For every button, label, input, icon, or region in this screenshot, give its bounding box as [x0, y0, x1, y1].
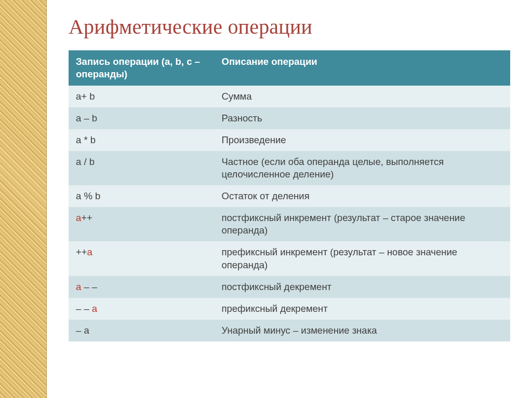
op-cell: ++a [69, 241, 215, 276]
header-row: Запись операции (a, b, c – операнды) Опи… [69, 50, 510, 86]
table-row: a – – постфиксный декремент [69, 276, 510, 298]
header-description: Описание операции [215, 50, 511, 86]
slide-title: Арифметические операции [69, 15, 510, 39]
desc-cell: постфиксный инкремент (результат – старо… [215, 207, 511, 241]
op-suffix: – – [81, 281, 97, 292]
table-row: a * b Произведение [69, 129, 510, 151]
table-row: a++ постфиксный инкремент (результат – с… [69, 207, 510, 241]
desc-cell: Произведение [215, 129, 511, 151]
header-operation: Запись операции (a, b, c – операнды) [69, 50, 215, 86]
table-row: a / b Частное (если оба операнда целые, … [69, 151, 510, 185]
table-row: – a Унарный минус – изменение знака [69, 320, 510, 341]
table-row: a – b Разность [69, 107, 510, 129]
operations-table: Запись операции (a, b, c – операнды) Опи… [69, 50, 510, 341]
desc-cell: постфиксный декремент [215, 276, 511, 298]
op-cell: – – a [69, 298, 215, 320]
table-row: a+ b Сумма [69, 86, 510, 107]
op-suffix: ++ [81, 212, 92, 223]
op-cell: a * b [69, 129, 215, 151]
desc-cell: префиксный декремент [215, 298, 511, 320]
operand-a: a [92, 303, 97, 314]
op-prefix: – – [76, 303, 92, 314]
op-cell: a % b [69, 185, 215, 207]
desc-cell: префиксный инкремент (результат – новое … [215, 241, 511, 276]
desc-cell: Разность [215, 107, 511, 129]
op-cell: a+ b [69, 86, 215, 107]
desc-cell: Частное (если оба операнда целые, выполн… [215, 151, 511, 185]
desc-cell: Остаток от деления [215, 185, 511, 207]
op-cell: a – b [69, 107, 215, 129]
op-prefix: ++ [76, 246, 87, 257]
table-row: – – a префиксный декремент [69, 298, 510, 320]
operand-a: a [76, 281, 81, 292]
op-cell: a / b [69, 151, 215, 185]
decorative-sidebar [0, 0, 47, 398]
operand-a: a [76, 212, 81, 223]
op-cell: a – – [69, 276, 215, 298]
op-cell: a++ [69, 207, 215, 241]
table-row: a % b Остаток от деления [69, 185, 510, 207]
desc-cell: Сумма [215, 86, 511, 107]
operand-a: a [87, 246, 92, 257]
slide-content: Арифметические операции Запись операции … [47, 0, 532, 398]
table-row: ++a префиксный инкремент (результат – но… [69, 241, 510, 276]
op-cell: – a [69, 320, 215, 341]
desc-cell: Унарный минус – изменение знака [215, 320, 511, 341]
